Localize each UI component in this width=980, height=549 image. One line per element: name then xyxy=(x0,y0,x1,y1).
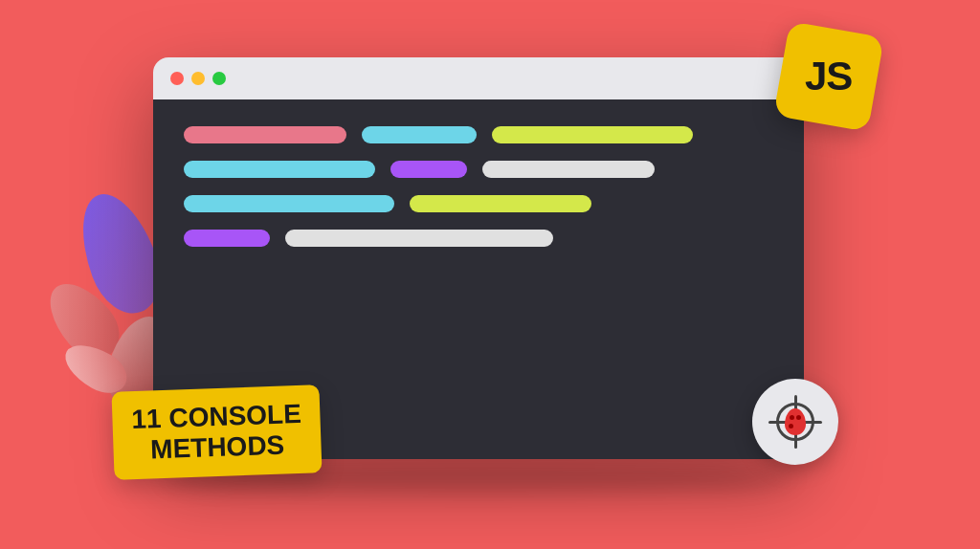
code-bar xyxy=(285,230,553,247)
code-bar xyxy=(362,126,477,143)
bug-icon xyxy=(785,408,806,435)
dot-green xyxy=(212,72,226,85)
code-bar xyxy=(482,161,655,178)
code-bar xyxy=(492,126,693,143)
label-text: 11 CONSOLE METHODS xyxy=(131,399,303,467)
debug-badge xyxy=(752,379,838,465)
bug-spot-icon xyxy=(796,415,801,420)
label-badge: 11 CONSOLE METHODS xyxy=(111,384,322,480)
code-bar xyxy=(184,195,394,212)
code-bar xyxy=(410,195,591,212)
code-bar xyxy=(184,126,346,143)
code-bar xyxy=(184,161,375,178)
js-badge: JS xyxy=(773,21,884,132)
code-row-2 xyxy=(184,161,773,178)
debug-inner xyxy=(768,395,822,449)
label-line1: 11 CONSOLE xyxy=(131,399,301,434)
browser-titlebar xyxy=(153,57,804,99)
code-bar xyxy=(184,230,270,247)
code-bar xyxy=(390,161,467,178)
code-row-1 xyxy=(184,126,773,143)
bug-spot-icon xyxy=(789,424,793,428)
bug-spot-icon xyxy=(790,415,794,420)
code-row-4 xyxy=(184,230,773,247)
scene: JS 11 CONSOLE METHODS xyxy=(0,0,980,549)
dot-yellow xyxy=(191,72,205,85)
code-row-3 xyxy=(184,195,773,212)
js-badge-text: JS xyxy=(805,54,852,99)
dot-red xyxy=(170,72,184,85)
label-line2: METHODS xyxy=(150,429,285,464)
